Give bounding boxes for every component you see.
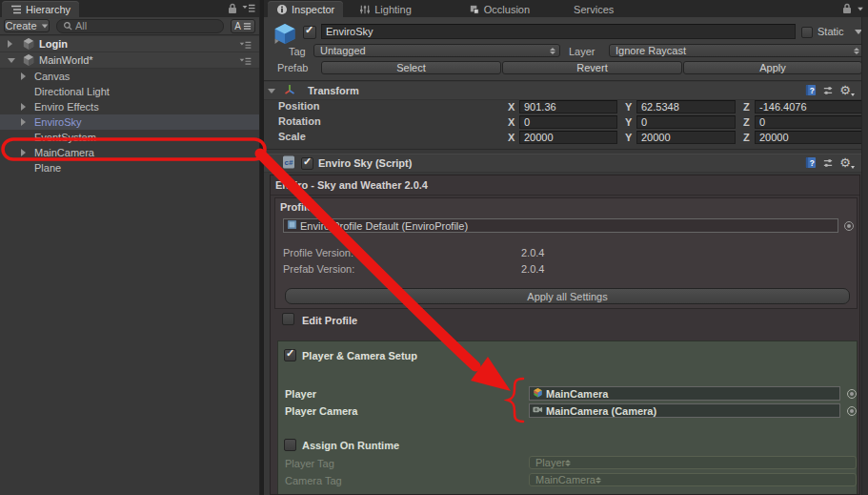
prefab-version-label: Prefab Version: (283, 263, 354, 275)
gameobject-header: Static Tag Untagged Layer Ignore Raycast… (264, 17, 862, 81)
foldout-icon[interactable] (8, 40, 12, 48)
chevron-down-icon[interactable] (858, 7, 863, 10)
rotation-y-field[interactable]: 0 (636, 115, 736, 129)
tab-services[interactable]: Services (565, 1, 622, 17)
scale-y-field[interactable]: 20000 (636, 131, 736, 144)
player-setup-checkbox[interactable] (284, 349, 296, 361)
foldout-icon[interactable] (21, 118, 26, 126)
prefab-revert-button[interactable]: Revert (502, 61, 682, 74)
rotation-row: Rotation (278, 115, 321, 127)
hierarchy-item-maincamera[interactable]: MainCamera (0, 145, 259, 160)
foldout-icon[interactable] (268, 89, 275, 93)
apply-all-settings-button[interactable]: Apply all Settings (285, 288, 850, 304)
prefab-select-button[interactable]: Select (321, 61, 501, 74)
script-enabled-checkbox[interactable] (301, 157, 313, 170)
object-picker-icon[interactable] (847, 389, 857, 399)
player-setup-label: Player & Camera Setup (302, 350, 417, 361)
updown-icon (550, 48, 555, 54)
assign-runtime-checkbox[interactable] (284, 439, 296, 451)
gear-icon[interactable]: ⚙ (839, 84, 851, 96)
scale-z-value: 20000 (759, 132, 789, 143)
help-icon[interactable]: ? (805, 156, 817, 169)
apply-label: Apply (759, 62, 786, 73)
help-icon[interactable]: ? (805, 84, 817, 96)
hierarchy-item-directional-light[interactable]: Directional Light (0, 84, 259, 99)
scale-row: Scale (278, 131, 306, 142)
hierarchy-item-enviro-effects[interactable]: Enviro Effects (0, 99, 259, 114)
hierarchy-item-envirosky[interactable]: EnviroSky (0, 114, 259, 130)
hierarchy-item-eventsystem[interactable]: EventSystem (0, 130, 259, 145)
camera-icon (533, 404, 543, 417)
panel-menu-icon[interactable] (242, 4, 255, 13)
search-input[interactable] (75, 20, 217, 31)
layer-value: Ignore Raycast (616, 45, 686, 56)
gameobject-cube-icon[interactable] (273, 22, 297, 48)
position-z-field[interactable]: -146.4076 (755, 100, 862, 113)
gameobject-name-field[interactable] (321, 24, 796, 39)
foldout-icon[interactable] (8, 58, 15, 63)
tab-inspector[interactable]: Inspector (268, 1, 343, 17)
preset-icon[interactable] (822, 85, 834, 96)
rotation-y-value: 0 (641, 116, 647, 128)
svg-text:?: ? (810, 86, 815, 95)
active-checkbox[interactable] (303, 26, 316, 39)
lock-icon[interactable] (228, 3, 237, 14)
tab-occlusion[interactable]: Occlusion (460, 1, 538, 17)
row-menu-icon[interactable] (239, 40, 252, 52)
profile-asset-icon (287, 219, 297, 232)
gear-icon[interactable]: ⚙ (839, 156, 851, 169)
tab-hierarchy[interactable]: Hierarchy (2, 1, 79, 17)
player-tag-label: Player Tag (285, 458, 334, 469)
hierarchy-item-canvas[interactable]: Canvas (0, 69, 259, 84)
hierarchy-tabbar: Hierarchy (0, 0, 259, 17)
tab-lighting-label: Lighting (374, 4, 412, 15)
axis-y-label: Y (625, 132, 632, 143)
foldout-icon[interactable] (268, 161, 275, 166)
prefab-label: Prefab (277, 62, 308, 73)
row-menu-icon[interactable] (239, 56, 252, 68)
divider (271, 195, 859, 196)
player-object-field[interactable]: MainCamera (529, 386, 840, 401)
updown-icon (595, 477, 601, 484)
object-picker-icon[interactable] (847, 406, 857, 416)
sort-button[interactable]: A (231, 19, 255, 33)
scene-row-login[interactable]: Login (0, 36, 259, 52)
rotation-z-field[interactable]: 0 (755, 115, 862, 129)
profile-version-label: Profile Version: (283, 247, 353, 258)
axis-z-label: Z (743, 101, 750, 113)
foldout-icon[interactable] (21, 149, 26, 156)
profile-object-field[interactable]: Enviro Profile Default (EnviroProfile) (283, 218, 838, 233)
search-box[interactable] (56, 19, 224, 33)
tag-dropdown[interactable]: Untagged (313, 44, 560, 57)
inspector-scrollbar[interactable] (861, 17, 868, 495)
scene-icon (23, 54, 34, 68)
scene-label: MainWorld* (39, 54, 93, 66)
object-picker-icon[interactable] (844, 221, 854, 231)
svg-text:?: ? (810, 158, 815, 168)
camera-tag-dropdown: MainCamera (529, 473, 857, 486)
edit-profile-label: Edit Profile (302, 315, 357, 326)
static-checkbox[interactable] (801, 27, 813, 38)
foldout-icon[interactable] (21, 103, 26, 111)
scale-z-field[interactable]: 20000 (755, 131, 862, 144)
scale-x-field[interactable]: 20000 (519, 131, 617, 144)
layer-dropdown[interactable]: Ignore Raycast (609, 44, 864, 57)
position-x-field[interactable]: 901.36 (519, 100, 617, 113)
prefab-apply-button[interactable]: Apply (683, 61, 862, 74)
player-camera-object-field[interactable]: MainCamera (Camera) (529, 403, 840, 418)
enviro-script-header[interactable]: c# Enviro Sky (Script) ? ⚙ (264, 154, 862, 173)
item-label: MainCamera (34, 147, 94, 158)
tab-lighting[interactable]: Lighting (351, 1, 420, 17)
position-y-field[interactable]: 62.5348 (636, 100, 736, 113)
enviro-script-title: Enviro Sky (Script) (318, 157, 412, 169)
rotation-x-field[interactable]: 0 (519, 115, 617, 129)
foldout-icon[interactable] (21, 72, 26, 80)
edit-profile-checkbox[interactable] (282, 313, 294, 325)
lock-icon[interactable] (842, 3, 852, 14)
preset-icon[interactable] (822, 157, 834, 169)
transform-header[interactable]: Transform ? ⚙ (264, 82, 862, 100)
axis-x-label: X (508, 132, 515, 143)
scene-row-mainworld[interactable]: MainWorld* (0, 52, 259, 69)
create-button[interactable]: Create (4, 19, 50, 32)
hierarchy-item-plane[interactable]: Plane (0, 160, 259, 175)
